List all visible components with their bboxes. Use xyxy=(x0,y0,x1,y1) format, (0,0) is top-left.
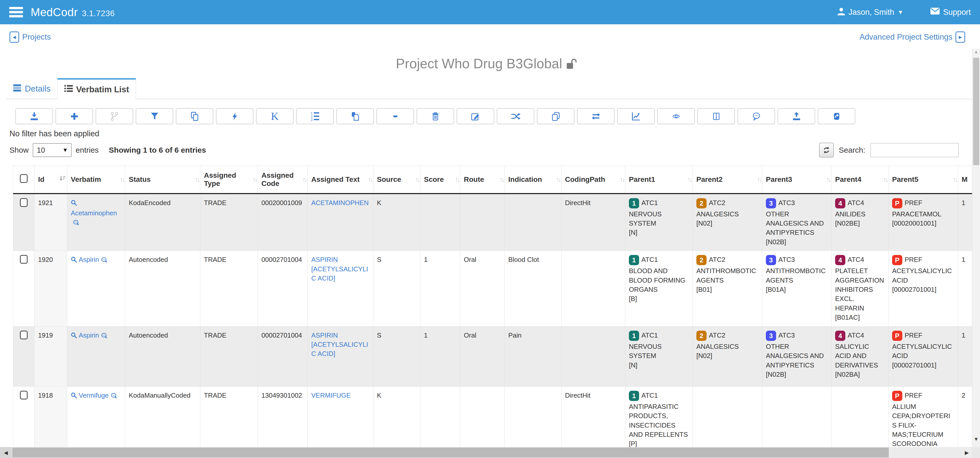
comment-icon[interactable] xyxy=(73,219,79,228)
scroll-left-icon[interactable]: ◀ xyxy=(0,447,12,458)
cell-indication xyxy=(505,193,562,251)
verbatim-link[interactable]: Aspirin xyxy=(79,332,99,339)
advanced-settings-label: Advanced Project Settings xyxy=(859,32,952,41)
table-controls: Show 10 ▼ entries Showing 1 to 6 of 6 en… xyxy=(10,142,959,158)
select-all-checkbox[interactable] xyxy=(20,174,28,183)
verbatim-link[interactable]: Vermifuge xyxy=(79,391,108,399)
col-source[interactable]: Source↑↓ xyxy=(373,166,420,193)
search-icon[interactable] xyxy=(71,332,77,341)
exchange-button[interactable] xyxy=(577,108,614,124)
col-indication[interactable]: Indication↑↓ xyxy=(505,166,562,193)
col-match[interactable]: M xyxy=(958,166,973,193)
comment-icon[interactable] xyxy=(101,332,107,341)
tab-verbatim-list[interactable]: Verbatim List xyxy=(57,78,136,99)
support-link[interactable]: Support xyxy=(930,7,971,17)
sort-icon: ↑↓ xyxy=(120,176,124,184)
search-icon[interactable] xyxy=(71,392,77,401)
verbatim-link[interactable]: Acetaminophen xyxy=(71,209,117,217)
col-assigned-code[interactable]: Assigned Code↑↓ xyxy=(258,166,308,193)
view-button[interactable] xyxy=(657,108,695,124)
vertical-scrollbar[interactable]: ▲ ▼ xyxy=(972,49,980,458)
chart-button[interactable] xyxy=(617,108,655,124)
row-checkbox[interactable] xyxy=(20,330,28,339)
comment-icon xyxy=(751,112,761,121)
row-checkbox[interactable] xyxy=(20,255,28,264)
delete-button[interactable] xyxy=(417,108,454,124)
clone-button[interactable] xyxy=(537,108,574,124)
share-button[interactable] xyxy=(818,108,855,124)
search-icon[interactable] xyxy=(71,199,77,208)
col-parent4[interactable]: Parent4↑↓ xyxy=(832,166,889,193)
scroll-down-icon[interactable]: ▼ xyxy=(972,436,980,442)
assigned-text-link[interactable]: ASPIRIN [ACETYLSALICYLIC ACID] xyxy=(311,256,368,282)
entries-label: entries xyxy=(76,146,99,155)
col-assigned-type[interactable]: Assigned Type↑↓ xyxy=(200,166,258,193)
advanced-project-settings-link[interactable]: Advanced Project Settings ▶ xyxy=(859,32,965,43)
assigned-text-link[interactable]: ACETAMINOPHEN xyxy=(311,199,369,207)
refresh-button[interactable] xyxy=(819,143,834,158)
col-parent2[interactable]: Parent2↑↓ xyxy=(693,166,762,193)
ordered-list-button[interactable]: 123 xyxy=(296,108,334,124)
copy-documents-button[interactable] xyxy=(176,108,213,124)
scroll-right-icon[interactable]: ▶ xyxy=(965,447,969,458)
user-menu[interactable]: Jason, Smith ▾ xyxy=(837,7,902,18)
horizontal-scrollbar-thumb[interactable] xyxy=(12,447,889,458)
assigned-text-link[interactable]: ASPIRIN [ACETYLSALICYLIC ACID] xyxy=(311,332,368,358)
koda-button[interactable]: K xyxy=(256,108,294,124)
verbatim-table: Id Verbatim↑↓ Status↑↓ Assigned Type↑↓ A… xyxy=(13,166,972,447)
page-title-text: Project Who Drug B3Global xyxy=(396,56,562,71)
col-score[interactable]: Score↑↓ xyxy=(420,166,460,193)
atc4-badge: 4 xyxy=(835,330,845,341)
col-route[interactable]: Route↑↓ xyxy=(460,166,505,193)
filter-button[interactable] xyxy=(136,108,173,124)
paste-button[interactable] xyxy=(336,108,374,124)
plus-icon xyxy=(70,112,79,121)
cell-parent5: PPREFACETYLSALICYLIC ACID[00002701001] xyxy=(889,251,958,326)
projects-link[interactable]: ◀ Projects xyxy=(10,32,51,43)
col-parent3[interactable]: Parent3↑↓ xyxy=(762,166,832,193)
page-size-select[interactable]: 10 xyxy=(33,143,72,157)
vertical-scrollbar-thumb[interactable] xyxy=(973,58,979,165)
autoencode-button[interactable] xyxy=(216,108,253,124)
atc-name: NERVOUS SYSTEM xyxy=(629,342,689,361)
row-checkbox[interactable] xyxy=(20,198,28,207)
assigned-text-link[interactable]: VERMIFUGE xyxy=(311,391,351,399)
col-parent5[interactable]: Parent5↑↓ xyxy=(889,166,958,193)
col-parent1[interactable]: Parent1↑↓ xyxy=(625,166,693,193)
comment-button[interactable] xyxy=(738,108,775,124)
cell-assigned-type: TRADE xyxy=(200,386,258,447)
col-verbatim[interactable]: Verbatim↑↓ xyxy=(67,166,125,193)
download-button[interactable] xyxy=(15,108,53,124)
cell-indication xyxy=(505,386,562,447)
edit-button[interactable] xyxy=(457,108,494,124)
branch-button[interactable] xyxy=(95,108,133,124)
select-all-header[interactable] xyxy=(13,166,35,193)
atc3-badge: 3 xyxy=(766,330,776,341)
tab-details[interactable]: Details xyxy=(6,79,57,99)
col-assigned-text[interactable]: Assigned Text↑↓ xyxy=(308,166,373,193)
horizontal-scrollbar[interactable]: ◀ ▶ xyxy=(0,447,972,458)
shuffle-button[interactable] xyxy=(497,108,535,124)
search-icon[interactable] xyxy=(71,256,77,265)
col-status[interactable]: Status↑↓ xyxy=(125,166,200,193)
atc-level-label: ATC3 xyxy=(778,332,795,339)
col-id[interactable]: Id xyxy=(35,166,67,193)
comment-icon[interactable] xyxy=(111,392,117,401)
comment-icon[interactable] xyxy=(101,256,107,265)
cell-assigned-code: 13049301002 xyxy=(258,386,308,447)
cell-status: KodaManuallyCoded xyxy=(125,386,200,447)
scroll-up-icon[interactable]: ▲ xyxy=(972,49,980,54)
atc-code: [N02BE] xyxy=(835,219,885,228)
add-button[interactable] xyxy=(56,108,93,124)
columns-button[interactable] xyxy=(697,108,735,124)
cell-score xyxy=(420,386,460,447)
verbatim-link[interactable]: Aspirin xyxy=(79,256,99,263)
row-checkbox[interactable] xyxy=(20,391,28,399)
minus-button[interactable] xyxy=(376,108,414,124)
upload-button[interactable] xyxy=(778,108,815,124)
atc-level-label: ATC1 xyxy=(641,199,658,207)
refresh-icon xyxy=(822,146,830,154)
menu-icon[interactable] xyxy=(9,7,23,18)
col-coding-path[interactable]: CodingPath↑↓ xyxy=(562,166,625,193)
search-input[interactable] xyxy=(870,143,959,157)
